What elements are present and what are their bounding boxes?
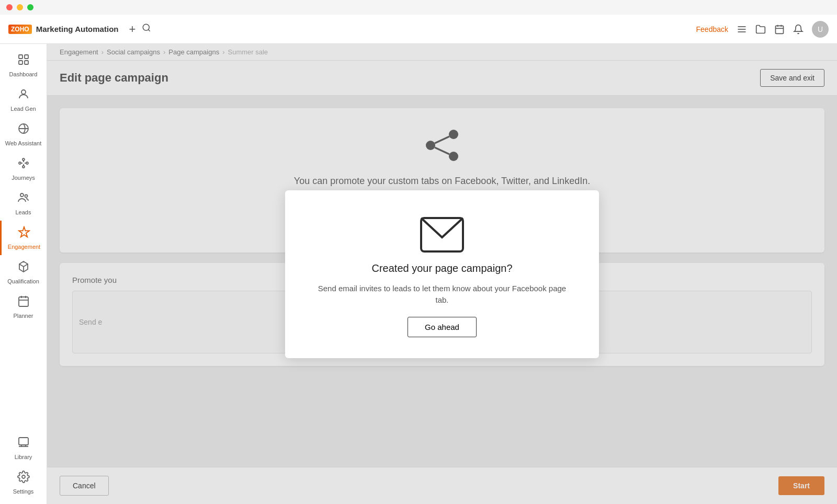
- svg-rect-33: [19, 438, 28, 445]
- svg-rect-10: [25, 55, 28, 59]
- svg-rect-5: [776, 26, 784, 33]
- sidebar-label-leadgen: Lead Gen: [10, 106, 36, 112]
- qualification-icon: [17, 260, 30, 276]
- webassistant-icon: [17, 122, 30, 138]
- traffic-light-green[interactable]: [27, 4, 33, 10]
- modal-description: Send email invites to leads to let them …: [316, 283, 568, 306]
- leadgen-icon: [17, 88, 30, 104]
- traffic-light-yellow[interactable]: [17, 4, 23, 10]
- title-bar: [0, 0, 837, 15]
- content-area: Engagement › Social campaigns › Page cam…: [47, 44, 837, 504]
- svg-point-15: [19, 162, 21, 164]
- sidebar-item-library[interactable]: Library: [0, 431, 47, 465]
- svg-point-18: [22, 166, 25, 168]
- sidebar-label-planner: Planner: [14, 313, 33, 319]
- library-icon: [17, 436, 30, 452]
- leads-icon: [17, 191, 30, 207]
- zoho-logo-text: ZOHO: [8, 25, 32, 34]
- svg-point-13: [21, 90, 26, 94]
- sidebar-item-leadgen[interactable]: Lead Gen: [0, 83, 47, 117]
- calendar-icon[interactable]: [774, 24, 785, 35]
- sidebar-label-webassistant: Web Assistant: [5, 140, 42, 146]
- svg-line-26: [19, 264, 24, 267]
- journeys-icon: [17, 157, 30, 173]
- sidebar-label-dashboard: Dashboard: [9, 71, 38, 77]
- overlay: Created your page campaign? Send email i…: [47, 44, 837, 504]
- sidebar-item-engagement[interactable]: Engagement: [0, 221, 47, 255]
- app-logo: ZOHO Marketing Automation: [8, 25, 118, 34]
- sidebar-label-settings: Settings: [13, 488, 34, 495]
- engagement-icon: [18, 226, 30, 242]
- svg-point-24: [25, 195, 27, 198]
- sidebar: Dashboard Lead Gen Web Assistant Journey…: [0, 44, 47, 504]
- dashboard-icon: [17, 53, 30, 69]
- svg-point-23: [20, 193, 24, 197]
- sidebar-item-dashboard[interactable]: Dashboard: [0, 48, 47, 83]
- folder-icon[interactable]: [755, 24, 766, 35]
- app-bar: ZOHO Marketing Automation + Feedback U: [0, 15, 837, 44]
- list-icon[interactable]: [737, 24, 747, 35]
- sidebar-label-engagement: Engagement: [8, 244, 40, 250]
- bell-icon[interactable]: [793, 24, 804, 35]
- sidebar-item-qualification[interactable]: Qualification: [0, 255, 47, 290]
- svg-point-37: [22, 475, 25, 478]
- sidebar-label-qualification: Qualification: [7, 278, 39, 284]
- sidebar-item-leads[interactable]: Leads: [0, 186, 47, 221]
- traffic-light-red[interactable]: [6, 4, 13, 10]
- svg-rect-29: [19, 297, 28, 306]
- main-layout: Dashboard Lead Gen Web Assistant Journey…: [0, 44, 837, 504]
- svg-rect-12: [25, 61, 28, 64]
- go-ahead-button[interactable]: Go ahead: [408, 317, 477, 337]
- sidebar-item-settings[interactable]: Settings: [0, 465, 47, 500]
- svg-point-0: [143, 24, 150, 30]
- app-bar-actions: Feedback U: [696, 21, 829, 38]
- feedback-link[interactable]: Feedback: [696, 25, 728, 33]
- svg-rect-11: [19, 61, 22, 64]
- svg-rect-9: [19, 55, 22, 59]
- svg-point-17: [26, 162, 28, 164]
- sidebar-label-leads: Leads: [16, 209, 31, 215]
- search-icon[interactable]: [142, 23, 151, 35]
- svg-point-16: [22, 158, 25, 161]
- sidebar-item-planner[interactable]: Planner: [0, 290, 47, 324]
- svg-line-1: [149, 29, 150, 31]
- add-icon[interactable]: +: [129, 22, 135, 36]
- planner-icon: [17, 295, 30, 311]
- mail-icon: [418, 215, 466, 254]
- modal-title: Created your page campaign?: [371, 262, 512, 274]
- app-name: Marketing Automation: [36, 25, 119, 33]
- avatar[interactable]: U: [812, 21, 829, 38]
- sidebar-item-journeys[interactable]: Journeys: [0, 152, 47, 186]
- sidebar-label-library: Library: [15, 454, 32, 460]
- sidebar-label-journeys: Journeys: [12, 175, 35, 181]
- sidebar-item-webassistant[interactable]: Web Assistant: [0, 117, 47, 152]
- settings-icon: [17, 471, 30, 486]
- modal-card: Created your page campaign? Send email i…: [285, 190, 599, 358]
- svg-line-27: [24, 264, 28, 267]
